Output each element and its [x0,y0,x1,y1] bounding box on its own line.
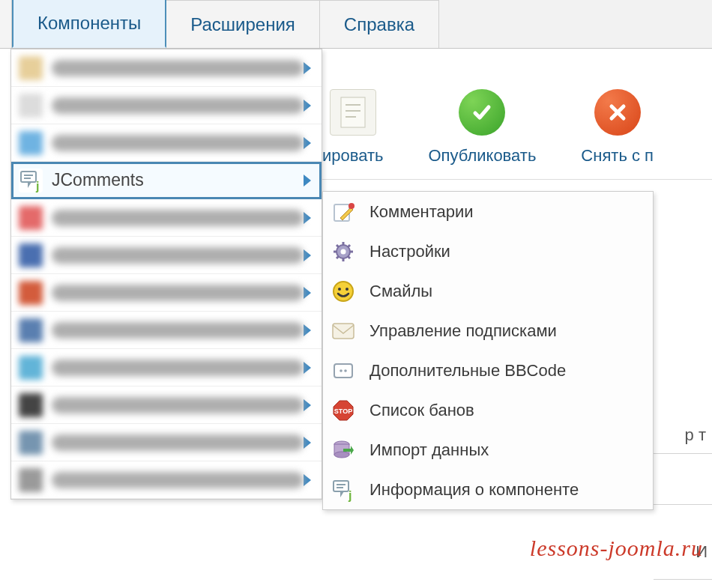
chevron-right-icon [304,212,311,224]
dropdown-item-jcomments[interactable]: j JComments [11,162,322,199]
chevron-right-icon [304,62,311,74]
svg-rect-34 [334,481,349,491]
submenu-item-label: Настройки [369,242,450,261]
svg-point-13 [341,249,346,254]
submenu-item-label: Управление подписками [369,321,557,341]
edit-note-icon [331,199,356,225]
menu-help[interactable]: Справка [320,0,439,48]
submenu-smilies[interactable]: Смайлы [323,271,653,311]
dropdown-item-label [52,97,304,114]
edit-button[interactable]: ировать [322,89,384,166]
dropdown-item[interactable] [11,274,322,312]
submenu-subscriptions[interactable]: Управление подписками [323,311,653,351]
svg-point-28 [344,369,347,372]
page-icon [330,89,376,136]
component-icon [19,318,43,342]
component-icon [19,56,43,80]
svg-point-33 [334,452,349,458]
component-icon [19,431,43,455]
component-icon [19,131,43,155]
gear-icon [331,239,356,264]
dropdown-item[interactable] [11,49,322,87]
dropdown-item-label [52,360,304,376]
bbcode-icon [331,358,356,384]
svg-text:j: j [35,180,39,193]
cancel-circle-icon [594,89,641,136]
envelope-icon [331,318,356,344]
chevron-right-icon [304,175,311,187]
svg-line-19 [348,256,350,258]
dropdown-item-label [52,472,304,488]
menu-extensions-label: Расширения [190,14,295,35]
svg-line-18 [337,245,339,247]
component-icon [19,468,43,492]
unpublish-button-label: Снять с п [581,146,654,166]
component-icon [19,243,43,267]
svg-text:STOP: STOP [334,407,352,415]
chevron-right-icon [304,437,311,449]
dropdown-item[interactable] [11,424,322,461]
svg-rect-26 [334,364,352,378]
menu-extensions[interactable]: Расширения [166,0,320,48]
menu-help-label: Справка [344,14,414,35]
dropdown-item[interactable] [11,237,322,274]
component-icon [19,206,43,230]
menu-components[interactable]: Компоненты [12,0,166,48]
dropdown-item-label [52,60,304,76]
submenu-item-label: Импорт данных [369,440,489,460]
chevron-right-icon [304,137,311,149]
chevron-right-icon [304,100,311,112]
chevron-right-icon [304,324,311,336]
check-circle-icon [459,89,505,136]
dropdown-item-label [52,434,304,451]
submenu-import[interactable]: Импорт данных [323,430,653,470]
chevron-right-icon [304,362,311,374]
svg-line-20 [348,245,350,247]
components-dropdown: j JComments [10,49,322,500]
dropdown-item[interactable] [11,349,322,387]
dropdown-item-label [52,210,304,226]
submenu-banlist[interactable]: STOP Список банов [323,390,653,430]
submenu-item-label: Информация о компоненте [369,480,579,500]
dropdown-item-label [52,397,304,413]
publish-button[interactable]: Опубликовать [429,89,537,166]
svg-point-23 [338,288,341,291]
dropdown-item-label: JComments [52,170,304,190]
submenu-settings[interactable]: Настройки [323,231,653,271]
chevron-right-icon [304,287,311,299]
svg-point-11 [349,203,355,209]
dropdown-item[interactable] [11,87,322,124]
action-toolbar: ировать Опубликовать Снять с п [322,75,712,180]
bg-text-1: р т [685,425,706,445]
dropdown-item[interactable] [11,124,322,162]
jcomments-icon: j [19,169,43,193]
submenu-bbcode[interactable]: Дополнительные BBCode [323,351,653,390]
chevron-right-icon [304,249,311,261]
dropdown-item[interactable] [11,312,322,349]
dropdown-item[interactable] [11,387,322,424]
svg-text:j: j [348,489,352,502]
dropdown-item-label [52,247,304,264]
edit-button-label: ировать [322,146,384,166]
svg-rect-6 [21,172,36,182]
menubar-left-edge [0,0,12,48]
smiley-icon [331,279,356,304]
dropdown-item[interactable] [11,461,322,499]
chevron-right-icon [304,474,311,486]
import-icon [331,437,356,463]
unpublish-button[interactable]: Снять с п [581,89,654,166]
publish-button-label: Опубликовать [429,146,537,166]
main-menubar: Компоненты Расширения Справка [0,0,712,49]
svg-point-22 [334,282,353,301]
dropdown-item[interactable] [11,199,322,237]
svg-rect-25 [333,324,354,339]
submenu-item-label: Список банов [369,401,474,420]
svg-line-21 [337,256,339,258]
component-icon [19,281,43,305]
component-icon [19,94,43,118]
submenu-comments[interactable]: Комментарии [323,192,653,231]
svg-point-27 [340,369,343,372]
submenu-about[interactable]: j Информация о компоненте [323,470,653,509]
svg-rect-0 [341,97,365,127]
dropdown-item-label [52,285,304,301]
